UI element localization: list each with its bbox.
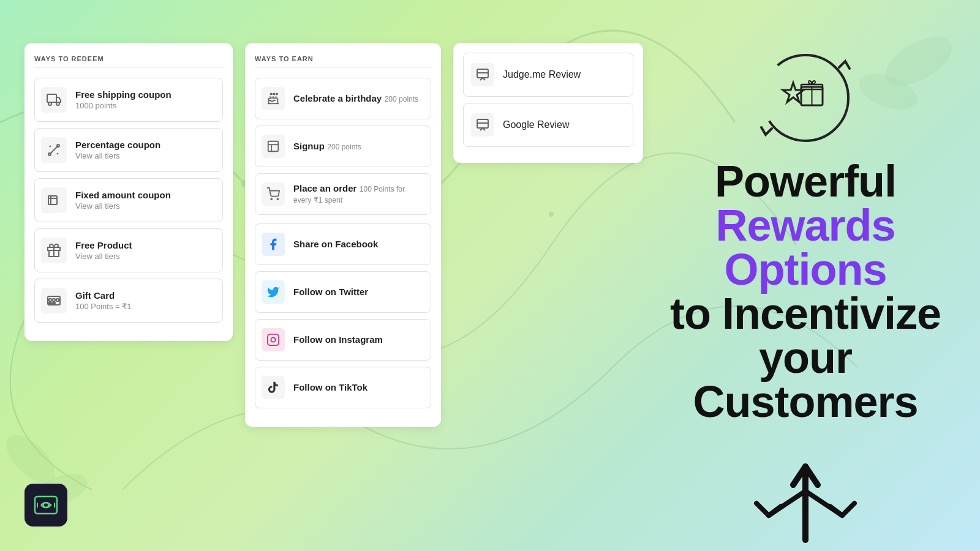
free-shipping-text: Free shipping coupon 1000 points xyxy=(75,89,172,110)
order-title: Place an order xyxy=(293,183,356,193)
fixed-text: Fixed amount coupon View all tiers xyxy=(75,190,171,211)
truck-icon xyxy=(41,87,67,113)
cart-icon xyxy=(262,182,285,206)
redeem-panel-title: WAYS TO REDEEM xyxy=(34,55,223,68)
twitter-text: Follow on Twitter xyxy=(293,287,368,298)
redeem-panel: WAYS TO REDEEM Free shipping coupon 1000… xyxy=(24,43,233,341)
svg-rect-32 xyxy=(268,334,279,345)
svg-rect-22 xyxy=(53,299,55,301)
headline-incentivize: to Incentivize xyxy=(668,291,943,335)
rewards-icon-graphic xyxy=(744,49,867,147)
app-logo xyxy=(32,492,59,519)
svg-line-15 xyxy=(57,153,58,154)
bottom-icon xyxy=(738,442,873,551)
svg-rect-8 xyxy=(47,94,56,102)
tiktok-title: Follow on TikTok xyxy=(293,382,368,392)
judgeme-title: Judge.me Review xyxy=(503,69,581,80)
fixed-title: Fixed amount coupon xyxy=(75,190,171,200)
svg-line-14 xyxy=(50,146,51,147)
svg-point-10 xyxy=(56,102,59,105)
headline-customers: your Customers xyxy=(668,335,943,424)
gift-card-sub: 100 Points = ₹1 xyxy=(75,302,131,311)
earn-item-instagram: Follow on Instagram xyxy=(255,319,431,361)
cake-icon xyxy=(262,87,285,110)
svg-rect-27 xyxy=(268,141,279,152)
svg-point-9 xyxy=(48,102,51,105)
fixed-sub: View all tiers xyxy=(75,201,171,211)
redeem-item-fixed: Fixed amount coupon View all tiers xyxy=(34,178,223,222)
free-product-title: Free Product xyxy=(75,240,132,250)
birthday-title: Celebrate a birthday xyxy=(293,93,382,103)
earn-item-tiktok: Follow on TikTok xyxy=(255,367,431,408)
svg-rect-43 xyxy=(35,497,57,514)
svg-rect-25 xyxy=(53,302,55,304)
tag-icon xyxy=(41,187,67,213)
percentage-title: Percentage coupon xyxy=(75,140,160,150)
free-product-text: Free Product View all tiers xyxy=(75,240,132,261)
redeem-item-gift-card: Gift Card 100 Points = ₹1 xyxy=(34,279,223,323)
percentage-text: Percentage coupon View all tiers xyxy=(75,140,160,160)
twitter-icon xyxy=(262,280,285,304)
headline-panel: Powerful Rewards Options to Incentivize … xyxy=(655,37,956,551)
instagram-text: Follow on Instagram xyxy=(293,334,383,345)
signup-sub: 200 points xyxy=(327,143,361,151)
bottom-logo xyxy=(24,484,67,527)
tiktok-icon xyxy=(262,376,285,399)
gift-card-title: Gift Card xyxy=(75,290,131,301)
earn-item-signup: Signup 200 points xyxy=(255,126,431,167)
google-review-icon xyxy=(471,113,494,137)
percent-icon xyxy=(41,137,67,163)
review-item-judgeme: Judge.me Review xyxy=(463,53,633,97)
signup-icon xyxy=(262,135,285,158)
earn-panel: WAYS TO EARN Celebrate a birthday 2 xyxy=(245,43,441,427)
twitter-title: Follow on Twitter xyxy=(293,287,368,297)
google-title: Google Review xyxy=(503,119,570,130)
birthday-text: Celebrate a birthday 200 points xyxy=(293,93,418,104)
svg-rect-24 xyxy=(49,302,51,304)
redeem-item-free-shipping: Free shipping coupon 1000 points xyxy=(34,78,223,122)
svg-point-38 xyxy=(763,55,848,141)
svg-rect-21 xyxy=(49,299,51,301)
free-product-sub: View all tiers xyxy=(75,252,132,261)
birthday-sub: 200 points xyxy=(385,95,418,103)
multi-arrow-icon xyxy=(738,442,873,551)
earn-item-order: Place an order 100 Points for every ₹1 s… xyxy=(255,173,431,215)
earn-panel-title: WAYS TO EARN xyxy=(255,55,431,68)
earn-item-twitter: Follow on Twitter xyxy=(255,271,431,313)
review-panel: Judge.me Review Google Review xyxy=(453,43,643,163)
review-item-google: Google Review xyxy=(463,103,633,147)
free-shipping-sub: 1000 points xyxy=(75,101,172,110)
instagram-title: Follow on Instagram xyxy=(293,334,383,345)
free-shipping-title: Free shipping coupon xyxy=(75,89,172,100)
judgeme-icon xyxy=(471,63,494,86)
earn-item-facebook: Share on Facebook xyxy=(255,223,431,265)
order-text: Place an order 100 Points for every ₹1 s… xyxy=(293,183,424,205)
headline-rewards: Rewards Options xyxy=(668,203,943,291)
earn-item-birthday: Celebrate a birthday 200 points xyxy=(255,78,431,119)
redeem-item-free-product: Free Product View all tiers xyxy=(34,228,223,272)
card-icon xyxy=(41,288,67,313)
gift-icon xyxy=(41,238,67,263)
headline-text: Powerful Rewards Options to Incentivize … xyxy=(668,159,943,424)
signup-title: Signup xyxy=(293,141,325,151)
svg-rect-23 xyxy=(56,299,59,301)
signup-text: Signup 200 points xyxy=(293,141,361,152)
headline-icons xyxy=(744,49,867,147)
gift-card-text: Gift Card 100 Points = ₹1 xyxy=(75,290,131,311)
redeem-item-percentage: Percentage coupon View all tiers xyxy=(34,128,223,172)
svg-point-30 xyxy=(271,198,272,200)
main-layout: WAYS TO REDEEM Free shipping coupon 1000… xyxy=(0,0,980,551)
svg-rect-16 xyxy=(48,196,57,204)
svg-point-31 xyxy=(277,198,278,200)
tiktok-text: Follow on TikTok xyxy=(293,382,368,393)
facebook-icon xyxy=(262,233,285,256)
facebook-title: Share on Facebook xyxy=(293,239,378,249)
social-section: Share on Facebook Follow on Twitter xyxy=(255,223,431,408)
headline-powerful: Powerful xyxy=(668,159,943,203)
facebook-text: Share on Facebook xyxy=(293,239,378,250)
instagram-icon xyxy=(262,328,285,351)
svg-line-13 xyxy=(50,146,58,154)
percentage-sub: View all tiers xyxy=(75,151,160,160)
